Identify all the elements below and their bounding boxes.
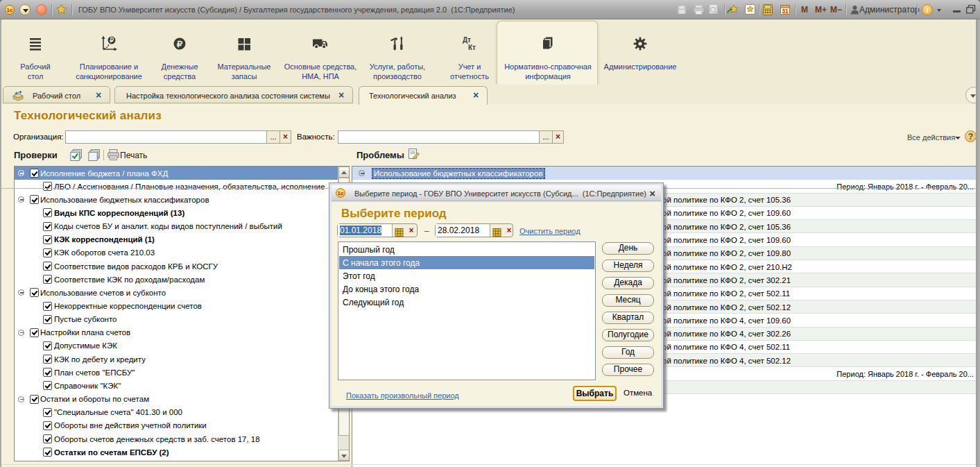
svg-text:₽: ₽ bbox=[177, 39, 183, 49]
svg-text:Дт: Дт bbox=[463, 36, 471, 44]
svg-text:₽: ₽ bbox=[110, 37, 114, 44]
svg-text:Кт: Кт bbox=[468, 44, 476, 51]
svg-text:31: 31 bbox=[782, 8, 789, 15]
